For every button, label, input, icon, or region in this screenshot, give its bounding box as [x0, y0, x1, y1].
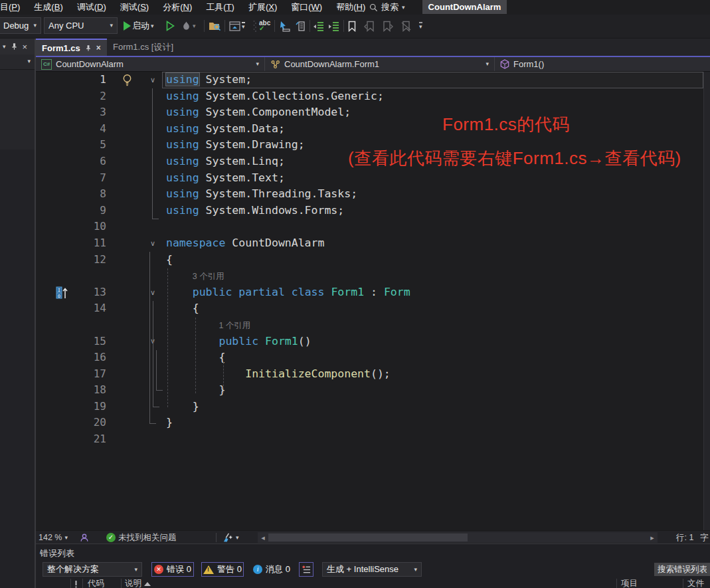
code-line[interactable]: 14 { — [36, 300, 710, 317]
code-line[interactable]: 10 — [36, 219, 710, 235]
code-line[interactable]: 1using System; — [36, 72, 710, 88]
info-icon: i — [253, 565, 262, 574]
menu-item-debug[interactable]: 调试(D) — [77, 1, 106, 13]
code-line[interactable]: 15 public Form1() — [36, 334, 710, 350]
code-line[interactable]: 18 } — [36, 382, 710, 399]
line-indicator: 行: 1 — [676, 531, 693, 544]
menu-item-help[interactable]: 帮助(H) — [336, 1, 365, 13]
menu-item-project[interactable]: 目(P) — [0, 1, 20, 13]
multi-filter-button[interactable] — [299, 562, 313, 577]
method-cube-icon — [500, 59, 509, 69]
previous-bookmark-button[interactable] — [364, 19, 375, 33]
pin-icon[interactable] — [85, 45, 92, 52]
project-dropdown[interactable]: C# CountDownAlarm ▾ — [36, 57, 265, 71]
tool-window-dropdown[interactable]: ▾ — [0, 54, 35, 70]
code-text: public Form1() — [166, 334, 710, 350]
annotation-note: (查看此代码需要右键Form1.cs→查看代码) — [348, 147, 681, 170]
decrease-indent-button[interactable] — [313, 19, 324, 33]
code-line[interactable]: 11namespace CountDownAlarm — [36, 235, 710, 252]
document-health-indicator[interactable]: ✓ 未找到相关问题 — [106, 531, 177, 544]
code-text: } — [166, 382, 710, 399]
collapse-chevron-icon[interactable]: ∨ — [147, 74, 158, 85]
code-line[interactable]: 4using System.Data; — [36, 121, 710, 138]
codelens-references[interactable]: 1 个引用 — [166, 317, 710, 334]
collapse-chevron-icon[interactable]: ∨ — [147, 238, 158, 248]
severity-column-header[interactable] — [73, 579, 79, 588]
select-pointer-button[interactable] — [278, 19, 291, 33]
error-list-search-input[interactable] — [654, 563, 710, 576]
toolbar-drag-handle[interactable] — [253, 19, 256, 33]
solution-platform-dropdown[interactable]: Any CPU▾ — [44, 17, 118, 34]
scope-filter-dropdown[interactable]: 整个解决方案▾ — [43, 562, 142, 577]
menu-item-tools[interactable]: 工具(T) — [206, 1, 234, 13]
horizontal-scrollbar[interactable]: ◂ ▸ — [258, 532, 658, 543]
menu-item-window[interactable]: 窗口(W) — [291, 1, 322, 13]
code-line[interactable]: 8using System.Threading.Tasks; — [36, 186, 710, 203]
project-column-header[interactable]: 项目 — [621, 579, 638, 588]
tab-form1-cs[interactable]: Form1.cs × — [36, 39, 107, 56]
scroll-right-icon[interactable]: ▸ — [647, 532, 658, 543]
copy-lines-button[interactable] — [294, 19, 306, 33]
clear-bookmarks-button[interactable] — [401, 19, 412, 33]
toggle-bookmark-button[interactable] — [347, 19, 357, 33]
code-line[interactable]: 1 个引用 — [36, 317, 710, 334]
collapsed-tool-window: ▾ × ▾ — [0, 39, 36, 588]
next-bookmark-button[interactable] — [383, 19, 393, 33]
code-line[interactable]: 9using System.Windows.Forms; — [36, 203, 710, 219]
menu-item-analyze[interactable]: 分析(N) — [163, 1, 192, 13]
code-column-header[interactable]: 代码 — [88, 579, 104, 588]
code-line[interactable]: 16 { — [36, 349, 710, 366]
type-dropdown[interactable]: CountDownAlarm.Form1 ▾ — [265, 57, 495, 71]
solution-configuration-dropdown[interactable]: Debug▾ — [0, 17, 41, 34]
close-icon[interactable]: × — [23, 42, 28, 52]
toolbar-overflow-button[interactable]: ▾ — [419, 19, 422, 33]
start-without-debugging-button[interactable] — [165, 19, 175, 33]
code-line[interactable]: 20} — [36, 415, 710, 431]
code-line[interactable]: 3using System.ComponentModel; — [36, 104, 710, 121]
increase-indent-button[interactable] — [328, 19, 339, 33]
hot-reload-button[interactable]: ▾ — [181, 19, 196, 33]
description-column-header[interactable]: 说明 — [125, 579, 151, 588]
start-debugging-button[interactable]: 启动 ▾ — [124, 19, 154, 33]
code-editor[interactable]: 1using System;2using System.Collections.… — [36, 72, 710, 530]
lightbulb-icon[interactable] — [122, 74, 133, 86]
source-filter-dropdown[interactable]: 生成 + IntelliSense▾ — [322, 562, 422, 577]
code-line[interactable]: 19 } — [36, 399, 710, 415]
code-cleanup-button[interactable]: ▾ — [222, 531, 239, 544]
spell-check-button[interactable]: abc✓ — [259, 19, 270, 33]
member-dropdown[interactable]: Form1() — [495, 57, 710, 71]
line-number: 7 — [74, 170, 106, 187]
vertical-scrollbar[interactable] — [703, 72, 710, 530]
menu-item-test[interactable]: 测试(S) — [120, 1, 149, 13]
scroll-left-icon[interactable]: ◂ — [258, 532, 268, 543]
pin-icon[interactable] — [11, 43, 18, 50]
window-menu-caret-icon[interactable]: ▾ — [3, 44, 6, 50]
errors-filter-button[interactable]: ✕ 错误 0 — [151, 562, 194, 577]
code-line[interactable]: 2using System.Collections.Generic; — [36, 88, 710, 105]
code-line[interactable]: 21 — [36, 431, 710, 448]
code-line[interactable]: 3 个引用 — [36, 268, 710, 284]
code-line[interactable]: 7using System.Text; — [36, 170, 710, 187]
menu-item-extensions[interactable]: 扩展(X) — [248, 1, 277, 13]
messages-filter-button[interactable]: i 消息 0 — [251, 562, 292, 577]
abc-icon: abc✓ — [259, 21, 270, 31]
close-icon[interactable]: × — [96, 44, 101, 52]
play-icon — [124, 21, 131, 31]
window-home-button[interactable]: ▾ — [229, 19, 245, 33]
zoom-dropdown[interactable]: 142 %▾ — [39, 531, 68, 544]
scrollbar-thumb[interactable] — [268, 534, 468, 541]
live-share-icon[interactable] — [80, 531, 89, 544]
menu-item-build[interactable]: 生成(B) — [34, 1, 62, 13]
indent-guide — [167, 268, 168, 407]
line-number: 5 — [74, 137, 106, 153]
inheritance-margin-icon[interactable]: IO — [56, 286, 69, 300]
codelens-references[interactable]: 3 个引用 — [166, 268, 710, 285]
file-column-header[interactable]: 文件 — [687, 579, 704, 588]
quick-search[interactable]: 搜索 ▾ — [369, 0, 405, 15]
code-line[interactable]: 13 public partial class Form1 : Form — [36, 284, 710, 301]
code-line[interactable]: 12{ — [36, 252, 710, 268]
warnings-filter-button[interactable]: 警告 0 — [201, 562, 244, 577]
folder-search-button[interactable] — [209, 19, 221, 33]
code-line[interactable]: 17 InitializeComponent(); — [36, 366, 710, 383]
tab-form1-cs-design[interactable]: Form1.cs [设计] — [107, 39, 179, 56]
